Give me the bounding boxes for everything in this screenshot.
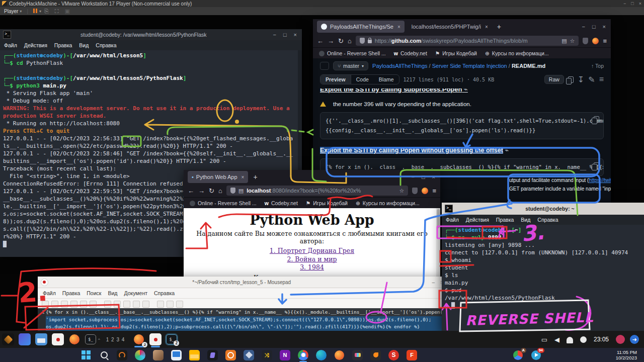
open-file-icon[interactable]	[51, 301, 58, 308]
breadcrumb-repo[interactable]: PayloadsAllTheThings	[372, 63, 427, 69]
copy-icon[interactable]	[133, 301, 140, 308]
reader-view-icon[interactable]: ▤	[561, 38, 567, 44]
firefox-account-icon[interactable]	[592, 38, 599, 44]
chrome-tray-icon[interactable]: A	[513, 350, 523, 360]
bookmark-igry-kodebay[interactable]: ⚑Игры Кодебай	[435, 50, 477, 56]
orange-gear-app-icon[interactable]	[225, 350, 236, 360]
system-clock[interactable]: 11:05 PM 10/2/2023	[616, 349, 637, 360]
menu-help[interactable]: Справка	[96, 42, 116, 48]
mousepad-launcher-icon[interactable]	[52, 333, 64, 345]
menu-view[interactable]: Вид	[108, 290, 117, 296]
file-explorer-icon[interactable]	[189, 350, 200, 360]
edge-icon[interactable]	[316, 350, 327, 360]
terminal-launcher-icon[interactable]: $_	[85, 334, 96, 344]
bookmark-codeby-net[interactable]: wCodeby.net	[394, 50, 427, 56]
minimize-button[interactable]: –	[432, 280, 435, 285]
menu-help[interactable]: Справка	[537, 217, 558, 223]
menu-hamburger-icon[interactable]: ≡	[603, 37, 607, 45]
tab-code[interactable]: Code	[351, 75, 374, 84]
close-doc-icon[interactable]	[90, 301, 97, 308]
replace-icon[interactable]	[167, 301, 174, 308]
forward-icon[interactable]: →	[198, 187, 205, 195]
reload-icon[interactable]	[80, 301, 87, 308]
new-tab-button[interactable]: +	[497, 23, 501, 31]
telegram-icon[interactable]: 94	[531, 350, 541, 360]
bookmark-star-icon[interactable]: ☆	[570, 38, 575, 44]
menu-help[interactable]: Справка	[154, 290, 175, 296]
yellow-arrows-app-icon[interactable]: ⤨	[262, 350, 272, 360]
terminal-output[interactable]: ┌──(student⊛codeby)-[~]└─$ nc -nvlp 9898…	[442, 225, 644, 334]
top-link[interactable]: ↑ Top	[591, 63, 604, 69]
copy-icon[interactable]	[594, 162, 599, 169]
chrome-icon[interactable]	[298, 350, 308, 360]
url-bar[interactable]: https://github.com/swisskyrepo/PayloadsA…	[356, 36, 579, 46]
maximize-button[interactable]: □	[283, 32, 287, 38]
cut-icon[interactable]	[123, 301, 130, 308]
menu-view[interactable]: Вид	[79, 42, 89, 48]
firefox-launcher-icon[interactable]	[68, 333, 80, 345]
menu-edit[interactable]: Правка	[62, 290, 80, 296]
red-s-app-icon[interactable]: S	[388, 350, 399, 360]
reload-icon[interactable]: ↻	[338, 37, 344, 45]
chevron-up-icon[interactable]: ^	[98, 337, 100, 342]
firefox-account-icon[interactable]	[422, 188, 428, 194]
extension-shield-icon[interactable]	[583, 38, 588, 44]
download-icon[interactable]: ↧	[578, 75, 584, 84]
davinci-resolve-icon[interactable]	[352, 350, 363, 360]
scrollbar-thumb[interactable]	[437, 209, 440, 228]
close-button[interactable]: ×	[432, 174, 435, 180]
paste-icon[interactable]	[142, 301, 149, 308]
minimize-button[interactable]: −	[411, 174, 414, 180]
task-firefox[interactable]: 2	[133, 333, 145, 345]
home-icon[interactable]: ⌂	[348, 37, 352, 45]
page-scrollbar[interactable]	[436, 208, 440, 282]
close-tab-icon[interactable]: ×	[485, 24, 488, 30]
menu-file[interactable]: Файл	[446, 217, 459, 223]
new-file-icon[interactable]	[42, 301, 49, 308]
workspace-switcher[interactable]: 1 2 3 4	[106, 337, 125, 342]
reload-icon[interactable]: ↻	[209, 187, 214, 195]
tab-payloadsallthethings[interactable]: PayloadsAllTheThings/Se ×	[317, 21, 405, 33]
notification-bell-icon[interactable]	[567, 337, 573, 343]
redo-icon[interactable]	[114, 301, 121, 308]
twitter-link[interactable]: https://twitter.com/SecGus	[589, 177, 611, 183]
vmware-close-button[interactable]: ×	[639, 1, 641, 6]
breadcrumb-dir[interactable]: Server Side Template Injection	[432, 63, 507, 69]
title-bar[interactable]: >_ student@codeby: ~	[442, 203, 644, 215]
bookmark-igry-kodebay[interactable]: ⚑Игры Кодебай	[306, 200, 348, 206]
menu-search[interactable]: Поиск	[87, 290, 101, 296]
tab-blame[interactable]: Blame	[374, 75, 399, 84]
bookmark-kursy[interactable]: ⊕Курсы по информаци...	[485, 50, 549, 56]
show-desktop-icon[interactable]	[19, 333, 31, 345]
portrait-app-icon[interactable]	[153, 350, 164, 360]
power-manager-icon[interactable]	[580, 336, 587, 343]
window-tray-icon[interactable]: ▭	[541, 336, 547, 343]
branch-selector[interactable]: ⑂master▾	[333, 61, 368, 70]
forward-icon[interactable]: →	[328, 37, 334, 45]
outline-icon[interactable]: ≡	[599, 75, 604, 84]
calendar-icon[interactable]	[171, 350, 182, 360]
pinwheel-app-icon[interactable]	[135, 350, 145, 360]
search-icon[interactable]	[157, 301, 164, 308]
menu-edit[interactable]: Правка	[496, 217, 514, 223]
bookmark-codeby-net[interactable]: wCodeby.net	[265, 200, 298, 206]
save-icon[interactable]	[61, 301, 68, 308]
menu-edit[interactable]: Правка	[54, 42, 72, 48]
close-button[interactable]: ×	[294, 32, 297, 38]
bookmark-online-reverse-shell[interactable]: Online - Reverse Shell ...	[319, 50, 386, 56]
clock[interactable]: 23:05	[594, 336, 609, 343]
vmware-pause-button[interactable]	[33, 9, 38, 14]
book-link-1[interactable]: 1. Портрет Дориана Грея	[184, 247, 440, 255]
url-bar[interactable]: ▤ localhost:8080/index?book={%%20for%20x…	[226, 186, 409, 196]
menu-file[interactable]: Файл	[43, 290, 56, 296]
anchor-link-icon[interactable]: ⌁	[505, 147, 509, 154]
home-icon[interactable]: ⌂	[218, 187, 222, 195]
task-terminal-active[interactable]: $_2	[166, 334, 177, 344]
menu-file[interactable]: Файл	[4, 42, 17, 48]
screen-lock-icon[interactable]	[616, 335, 625, 344]
firefox-icon[interactable]	[334, 350, 345, 360]
onenote-icon[interactable]: N	[280, 350, 290, 360]
maximize-button[interactable]: □	[592, 24, 596, 30]
vmware-maximize-button[interactable]: □	[631, 1, 633, 6]
search-icon[interactable]	[99, 350, 109, 360]
